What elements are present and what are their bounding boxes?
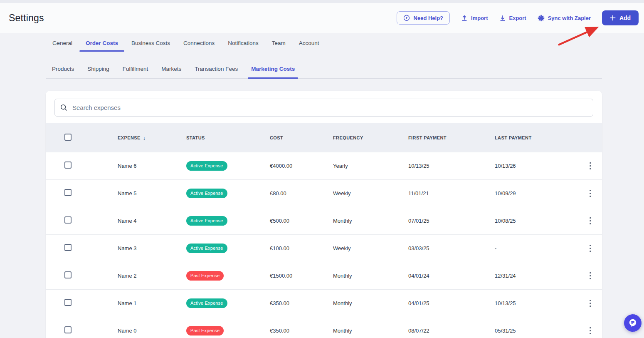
first-payment-value: 03/03/25 — [408, 245, 495, 251]
last-payment-value: 05/31/25 — [495, 328, 579, 334]
header-actions: Need Help? Import Export — [397, 10, 639, 25]
import-button[interactable]: Import — [461, 15, 488, 21]
import-label: Import — [471, 15, 488, 21]
tab-team[interactable]: Team — [266, 37, 292, 52]
cost-value: €1500.00 — [270, 273, 333, 279]
expense-name: Name 4 — [118, 218, 186, 224]
row-checkbox[interactable] — [64, 162, 72, 169]
chat-widget-button[interactable] — [624, 314, 642, 332]
last-payment-value: 12/31/24 — [495, 273, 579, 279]
add-label: Add — [619, 15, 631, 21]
column-header-last-payment[interactable]: Last Payment — [495, 135, 579, 140]
need-help-button[interactable]: Need Help? — [397, 11, 450, 25]
kebab-menu-icon[interactable] — [587, 297, 593, 309]
status-badge: Past Expense — [186, 326, 224, 336]
search-input[interactable] — [54, 99, 593, 117]
status-badge: Active Expense — [186, 161, 227, 171]
table-row: Name 1 Active Expense €350.00 Monthly 04… — [46, 290, 602, 317]
expense-name: Name 2 — [118, 273, 186, 279]
frequency-value: Monthly — [333, 273, 408, 279]
first-payment-value: 11/01/21 — [408, 190, 495, 196]
tab-general[interactable]: General — [46, 37, 79, 52]
tab-notifications[interactable]: Notifications — [222, 37, 265, 52]
kebab-menu-icon[interactable] — [587, 324, 593, 337]
status-badge: Active Expense — [186, 216, 227, 226]
subtab-shipping[interactable]: Shipping — [84, 62, 113, 78]
search-icon — [60, 104, 67, 111]
table-body: Name 6 Active Expense €4000.00 Yearly 10… — [46, 152, 602, 338]
status-badge: Active Expense — [186, 298, 227, 308]
tab-business-costs[interactable]: Business Costs — [125, 37, 176, 52]
plus-icon — [610, 15, 616, 21]
download-icon — [499, 15, 506, 21]
add-button[interactable]: Add — [602, 10, 639, 25]
kebab-menu-icon[interactable] — [587, 214, 593, 227]
first-payment-value: 10/13/25 — [408, 163, 495, 169]
need-help-label: Need Help? — [414, 15, 444, 21]
cost-value: €500.00 — [270, 218, 333, 224]
sync-with-zapier-label: Sync with Zapier — [548, 15, 591, 21]
cost-value: €4000.00 — [270, 163, 333, 169]
first-payment-value: 04/01/25 — [408, 300, 495, 306]
row-checkbox[interactable] — [64, 299, 72, 306]
search-bar — [46, 91, 602, 123]
last-payment-value: 10/08/25 — [495, 218, 579, 224]
play-circle-icon — [403, 15, 410, 21]
table-header: Expense ↓ Status Cost Frequency First Pa… — [46, 123, 602, 152]
row-checkbox[interactable] — [64, 271, 72, 278]
select-all-checkbox[interactable] — [64, 134, 72, 141]
cost-value: €80.00 — [270, 190, 333, 196]
kebab-menu-icon[interactable] — [587, 187, 593, 199]
last-payment-value: 10/13/25 — [495, 300, 579, 306]
subtab-fulfillment[interactable]: Fulfillment — [119, 62, 152, 78]
expense-name: Name 5 — [118, 190, 186, 196]
subtab-products[interactable]: Products — [49, 62, 77, 78]
export-button[interactable]: Export — [499, 15, 526, 21]
column-header-cost[interactable]: Cost — [270, 135, 333, 140]
subtab-markets[interactable]: Markets — [158, 62, 185, 78]
settings-tabs: General Order Costs Business Costs Conne… — [46, 37, 644, 52]
frequency-value: Monthly — [333, 328, 408, 334]
row-checkbox[interactable] — [64, 244, 72, 251]
last-payment-value: 10/09/29 — [495, 190, 579, 196]
row-checkbox[interactable] — [64, 216, 72, 224]
page-title: Settings — [9, 12, 44, 24]
subtab-marketing-costs[interactable]: Marketing Costs — [248, 62, 298, 78]
tab-order-costs[interactable]: Order Costs — [79, 37, 124, 52]
order-costs-subtabs: Products Shipping Fulfillment Markets Tr… — [46, 62, 602, 79]
table-row: Name 5 Active Expense €80.00 Weekly 11/0… — [46, 180, 602, 207]
table-row: Name 2 Past Expense €1500.00 Monthly 04/… — [46, 262, 602, 290]
arrow-down-icon: ↓ — [143, 135, 146, 141]
table-row: Name 3 Active Expense €100.00 Weekly 03/… — [46, 235, 602, 262]
kebab-menu-icon[interactable] — [587, 242, 593, 254]
expense-name: Name 3 — [118, 245, 186, 251]
kebab-menu-icon[interactable] — [587, 269, 593, 282]
column-header-first-payment[interactable]: First Payment — [408, 135, 495, 140]
first-payment-value: 08/07/22 — [408, 328, 495, 334]
subtab-transaction-fees[interactable]: Transaction Fees — [191, 62, 241, 78]
kebab-menu-icon[interactable] — [587, 159, 593, 172]
column-header-frequency[interactable]: Frequency — [333, 135, 408, 140]
zapier-asterisk-icon — [538, 15, 545, 22]
expense-name: Name 1 — [118, 300, 186, 306]
column-header-expense[interactable]: Expense ↓ — [118, 135, 186, 141]
column-header-status[interactable]: Status — [186, 135, 270, 140]
cost-value: €350.00 — [270, 328, 333, 334]
frequency-value: Weekly — [333, 190, 408, 196]
row-checkbox[interactable] — [64, 326, 72, 333]
row-checkbox[interactable] — [64, 189, 72, 196]
last-payment-value: - — [495, 245, 579, 251]
status-badge: Active Expense — [186, 189, 227, 198]
status-badge: Active Expense — [186, 244, 227, 253]
expenses-card: Expense ↓ Status Cost Frequency First Pa… — [46, 91, 602, 338]
table-row: Name 0 Past Expense €350.00 Monthly 08/0… — [46, 317, 602, 338]
expense-name: Name 0 — [118, 328, 186, 334]
cost-value: €350.00 — [270, 300, 333, 306]
status-badge: Past Expense — [186, 271, 224, 281]
upload-icon — [461, 15, 468, 21]
expense-name: Name 6 — [118, 163, 186, 169]
tab-connections[interactable]: Connections — [177, 37, 221, 52]
sync-with-zapier-button[interactable]: Sync with Zapier — [538, 15, 591, 22]
top-strip — [0, 0, 644, 3]
tab-account[interactable]: Account — [293, 37, 326, 52]
